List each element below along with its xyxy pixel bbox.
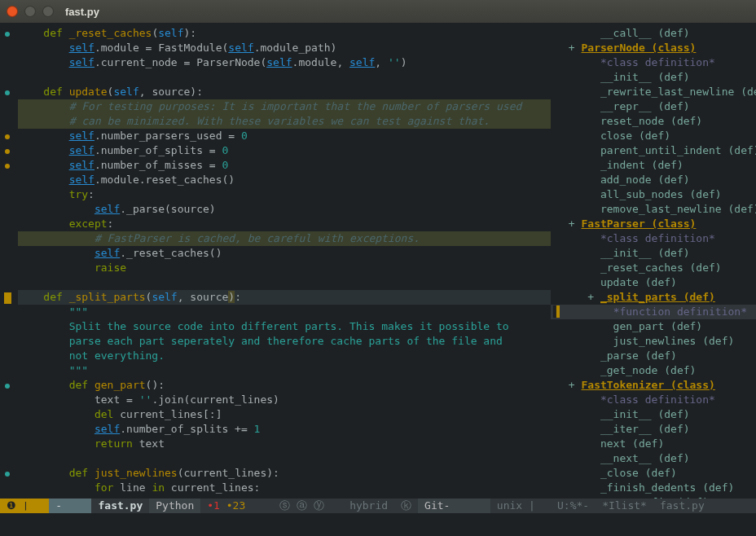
outline-item[interactable]: + FastParser (class) [551, 217, 756, 231]
outline-item[interactable]: __init__ (def) [551, 70, 756, 85]
gutter-mark [0, 115, 15, 130]
outline-item[interactable]: parent_until_indent (def) [551, 143, 756, 158]
gutter-mark [0, 188, 15, 203]
outline-item[interactable]: next (def) [551, 437, 756, 451]
outline-item[interactable]: *class definition* [551, 231, 756, 246]
code-line[interactable]: parse each part seperately and therefore… [18, 334, 551, 349]
code-line[interactable]: def _reset_caches(self): [18, 26, 551, 41]
code-line[interactable]: self.number_of_misses = 0 [18, 158, 551, 173]
gutter-mark [0, 437, 15, 452]
gutter-mark [0, 467, 15, 481]
statusbar-left: ❶ ❘ ❶ - 22k fast.py Python •1 •23 •46 ⓢ … [0, 499, 551, 513]
outline-item[interactable]: _finish_dedents (def) [551, 481, 756, 495]
code-line[interactable]: self._parse(source) [18, 202, 551, 217]
code-line[interactable]: """ [18, 305, 551, 319]
code-line[interactable]: try: [18, 187, 551, 202]
outline-item[interactable]: _reset_caches (def) [551, 261, 756, 275]
outline-item[interactable]: all_sub_nodes (def) [551, 187, 756, 202]
code-line[interactable]: # can be minimized. With these variables… [18, 114, 551, 129]
code-line[interactable]: def _split_parts(self, source): [18, 290, 551, 305]
gutter-mark [0, 144, 15, 159]
code-line[interactable]: text = ''.join(current_lines) [18, 393, 551, 407]
code-line[interactable]: return text [18, 437, 551, 451]
status-right-file: fast.py [653, 499, 711, 513]
code-line[interactable]: """ [18, 363, 551, 378]
status-theme: hybrid [343, 499, 394, 513]
window-minimize-icon[interactable] [24, 6, 36, 17]
outline-item[interactable]: _close (def) [551, 466, 756, 481]
gutter-mark [0, 261, 15, 276]
status-vcs: - 22k [49, 499, 91, 513]
code-line[interactable]: self.module.reset_caches() [18, 173, 551, 187]
gutter-mark [0, 364, 15, 379]
outline-item[interactable]: gen_part (def) [551, 319, 756, 334]
code-line[interactable]: Split the source code into different par… [18, 319, 551, 334]
code-line[interactable]: self.number_of_splits += 1 [18, 422, 551, 437]
outline-item[interactable]: __call__ (def) [551, 26, 756, 41]
outline-item[interactable]: remove_last_newline (def) [551, 202, 756, 217]
statusbar: ❶ ❘ ❶ - 22k fast.py Python •1 •23 •46 ⓢ … [0, 499, 756, 513]
status-flycheck[interactable]: ❶ ❘ ❶ [0, 499, 49, 513]
outline-item[interactable]: _get_node (def) [551, 363, 756, 378]
outline-item[interactable]: __next__ (def) [551, 451, 756, 466]
window-close-icon[interactable] [7, 6, 18, 17]
outline-item[interactable]: __init__ (def) [551, 407, 756, 422]
code-line[interactable]: def update(self, source): [18, 85, 551, 99]
code-line[interactable]: raise [18, 261, 551, 275]
code-line[interactable]: except: [18, 217, 551, 231]
code-line[interactable]: self.number_parsers_used = 0 [18, 129, 551, 143]
code-line[interactable]: def gen_part(): [18, 378, 551, 393]
outline-item[interactable]: close (def) [551, 129, 756, 143]
gutter-mark [0, 305, 15, 320]
outline-item[interactable]: reset_node (def) [551, 114, 756, 129]
window-title: fast.py [65, 6, 99, 18]
titlebar: fast.py [0, 0, 756, 23]
outline-item[interactable]: + FastTokenizer (class) [551, 378, 756, 393]
code-line[interactable] [18, 275, 551, 290]
code-line[interactable]: def just_newlines(current_lines): [18, 466, 551, 481]
code-line[interactable]: for line in current_lines: [18, 481, 551, 495]
code-line[interactable]: self.module = FastModule(self.module_pat… [18, 41, 551, 55]
outline-item[interactable]: __iter__ (def) [551, 422, 756, 437]
gutter-mark [0, 408, 15, 423]
outline-item[interactable]: just_newlines (def) [551, 334, 756, 349]
editor-gutter [0, 26, 15, 499]
code-line[interactable]: not everything. [18, 349, 551, 363]
code-line[interactable]: self._reset_caches() [18, 246, 551, 261]
gutter-mark [0, 291, 15, 305]
gutter-mark [0, 42, 15, 56]
outline-item[interactable]: + ParserNode (class) [551, 41, 756, 55]
gutter-mark [0, 56, 15, 71]
outline-item[interactable]: *class definition* [551, 393, 756, 407]
code-line[interactable]: self.current_node = ParserNode(self.modu… [18, 55, 551, 70]
gutter-mark [0, 393, 15, 408]
outline-item[interactable]: __init__ (def) [551, 246, 756, 261]
content-area: def _reset_caches(self): self.module = F… [0, 23, 756, 499]
code-body[interactable]: def _reset_caches(self): self.module = F… [15, 26, 551, 499]
gutter-mark [0, 452, 15, 467]
gutter-mark [0, 320, 15, 335]
outline-item[interactable]: _parse (def) [551, 349, 756, 363]
status-indicators: ⓢ ⓐ ⓨ ⓟ [273, 499, 343, 513]
statusbar-right: U:%*- *Ilist* fast.py [551, 499, 756, 513]
status-language: Python [149, 499, 200, 513]
outline-item[interactable]: update (def) [551, 275, 756, 290]
code-line[interactable]: # FastParser is cached, be careful with … [18, 231, 551, 246]
code-line[interactable]: # For testing purposes: It is important … [18, 99, 551, 114]
outline-item[interactable]: + _split_parts (def) [551, 290, 756, 305]
editor-pane[interactable]: def _reset_caches(self): self.module = F… [0, 23, 551, 499]
outline-item[interactable]: *class definition* [551, 55, 756, 70]
outline-item[interactable]: ▌ *function definition* [551, 305, 756, 319]
code-line[interactable]: del current_lines[:] [18, 407, 551, 422]
outline-item[interactable]: _rewrite_last_newline (def) [551, 85, 756, 99]
outline-item[interactable]: __repr__ (def) [551, 99, 756, 114]
outline-item[interactable]: add_node (def) [551, 173, 756, 187]
outline-item[interactable]: _indent (def) [551, 158, 756, 173]
minibuffer[interactable] [0, 513, 756, 536]
gutter-mark [0, 379, 15, 393]
code-line[interactable] [18, 451, 551, 466]
code-line[interactable] [18, 70, 551, 85]
window-maximize-icon[interactable] [42, 6, 54, 17]
outline-pane[interactable]: __call__ (def) + ParserNode (class) *cla… [551, 23, 756, 499]
code-line[interactable]: self.number_of_splits = 0 [18, 143, 551, 158]
